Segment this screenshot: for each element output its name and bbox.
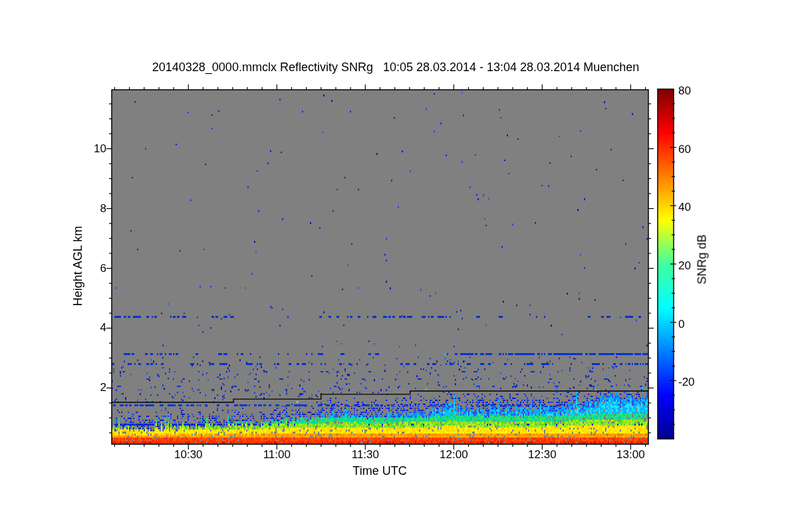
y-tick-label: 6 [100, 262, 106, 275]
x-tick-label: 11:00 [263, 448, 291, 462]
x-tick-label: 13:00 [616, 448, 645, 462]
x-tick-label: 11:30 [352, 448, 379, 462]
colorbar-tick-label: 80 [678, 84, 691, 98]
y-tick-label: 8 [100, 202, 106, 215]
x-tick-label: 12:30 [528, 448, 557, 462]
plot-title: 20140328_0000.mmclx Reflectivity SNRg 10… [152, 61, 640, 74]
x-tick-label: 10:30 [174, 448, 203, 462]
y-axis-label: Height AGL km [71, 226, 85, 306]
colorbar-tick-label: 40 [678, 201, 691, 214]
x-tick-label: 12:00 [440, 448, 468, 462]
y-tick-label: 2 [100, 381, 106, 394]
colorbar-tick-label: 60 [678, 143, 691, 156]
radar-quicklook-figure: 20140328_0000.mmclx Reflectivity SNRg 10… [0, 0, 798, 532]
colorbar-tick-label: -20 [678, 376, 695, 389]
colorbar-label: SNRg dB [696, 234, 710, 284]
colorbar-tick-label: 0 [678, 318, 684, 331]
x-axis-label: Time UTC [352, 464, 406, 478]
y-tick-label: 10 [94, 142, 106, 156]
y-tick-label: 4 [100, 321, 106, 334]
colorbar-tick-label: 20 [678, 259, 691, 273]
